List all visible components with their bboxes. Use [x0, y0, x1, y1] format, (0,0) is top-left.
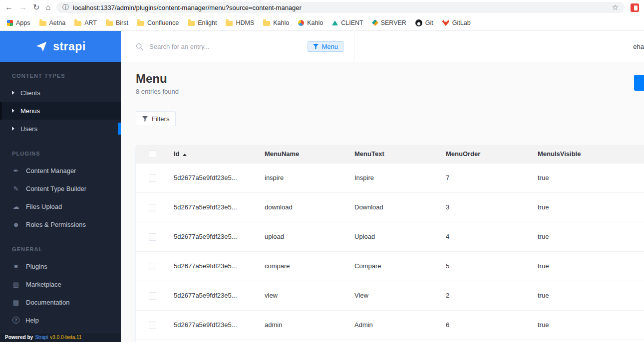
table-row[interactable]: 5d2677a5e9fdf23e5... view View 2 true	[136, 281, 644, 310]
section-general: GENERAL ≡Plugins ▥Marketplace ▤Documenta…	[0, 246, 121, 329]
bookmark-label: GitLab	[452, 19, 471, 26]
select-all-checkbox[interactable]	[149, 151, 156, 158]
sidebar-item-plugins[interactable]: ≡Plugins	[0, 257, 121, 275]
sidebar-item-files-upload[interactable]: ☁Files Upload	[0, 197, 121, 215]
bookmark-enlight[interactable]: Enlight	[188, 19, 217, 26]
apps-grid-icon	[7, 20, 13, 26]
content-type-filter-chip[interactable]: Menu	[308, 41, 343, 52]
bookmark-kahlo-site[interactable]: Kahlo	[298, 19, 323, 26]
column-label: MenuIsVisible	[538, 150, 581, 158]
cell-menuorder: 6	[446, 310, 538, 340]
user-menu[interactable]: eha	[633, 43, 644, 50]
strapi-link[interactable]: Strapi	[35, 335, 48, 340]
bookmark-hdms[interactable]: HDMS	[226, 19, 254, 26]
content-area: Menu eha Menu 8 entries found Filters	[121, 31, 644, 342]
client-favicon	[332, 20, 338, 25]
powered-by-footer: Powered by Strapi v3.0.0-beta.11	[0, 332, 121, 342]
folder-icon	[263, 21, 270, 26]
table-row[interactable]: 5d2677a5e9fdf23e5... admin Admin 6 true	[136, 310, 644, 340]
cell-menuisvisible: true	[538, 310, 644, 340]
sort-asc-icon	[183, 154, 187, 156]
site-info-icon[interactable]: ⓘ	[62, 3, 69, 12]
row-checkbox[interactable]	[149, 174, 156, 182]
column-header-id[interactable]: Id	[174, 145, 265, 163]
cell-menuname: admin	[265, 310, 354, 340]
column-header-menuorder[interactable]: MenuOrder	[446, 145, 538, 163]
bookmark-star-icon[interactable]: ☆	[612, 3, 619, 12]
cell-menuorder: 2	[446, 281, 538, 310]
row-checkbox[interactable]	[149, 292, 156, 300]
book-icon: ▤	[12, 299, 20, 306]
filters-button[interactable]: Filters	[136, 111, 176, 126]
add-entry-button[interactable]	[634, 75, 644, 91]
page-title: Menu	[136, 72, 644, 86]
gitlab-icon	[442, 19, 449, 26]
sidebar-item-content-type-builder[interactable]: ✎Content Type Builder	[0, 179, 121, 197]
reload-icon[interactable]: ↻	[33, 3, 39, 11]
bookmark-apps[interactable]: Apps	[7, 19, 30, 26]
table-row[interactable]: 5d2677a5e9fdf23e5... upload Upload 4 tru…	[136, 222, 644, 251]
bookmark-gitlab[interactable]: GitLab	[442, 19, 471, 26]
column-label: Id	[174, 150, 180, 158]
help-icon: ?	[12, 317, 19, 324]
home-icon[interactable]: ⌂	[45, 3, 50, 11]
cell-menuisvisible: true	[538, 222, 644, 251]
entries-table-card: Id MenuName MenuText MenuOrder MenuIsVis…	[136, 145, 644, 342]
sidebar-item-content-manager[interactable]: ✒Content Manager	[0, 162, 121, 179]
cell-menutext: Download	[354, 192, 446, 222]
entries-count: 8 entries found	[136, 88, 644, 95]
row-checkbox[interactable]	[149, 322, 156, 329]
sidebar-item-label: Roles & Permissions	[26, 221, 86, 228]
bookmark-client[interactable]: CLIENT	[332, 19, 363, 26]
strapi-logo[interactable]: strapi	[0, 31, 121, 62]
cell-menutext: Upload	[354, 222, 446, 251]
sidebar-item-help[interactable]: ?Help	[0, 311, 121, 329]
table-row[interactable]: 5d2677a5e9fdf23e5... download Download 3…	[136, 192, 644, 222]
forward-icon[interactable]: →	[19, 3, 27, 11]
cell-menuisvisible: true	[538, 192, 644, 222]
row-checkbox[interactable]	[149, 204, 156, 211]
marketplace-icon: ▥	[12, 281, 20, 288]
search-input[interactable]	[148, 42, 303, 51]
row-checkbox[interactable]	[149, 263, 156, 270]
sidebar-item-marketplace[interactable]: ▥Marketplace	[0, 275, 121, 293]
sidebar-item-roles-permissions[interactable]: ☻Roles & Permissions	[0, 215, 121, 233]
bookmark-kahlo-folder[interactable]: Kahlo	[263, 19, 289, 26]
entries-table: Id MenuName MenuText MenuOrder MenuIsVis…	[136, 145, 644, 342]
bookmark-server[interactable]: SERVER	[372, 19, 406, 26]
sidebar-item-documentation[interactable]: ▤Documentation	[0, 293, 121, 311]
section-title: GENERAL	[0, 246, 121, 252]
bookmark-birst[interactable]: Birst	[106, 19, 128, 26]
cell-id: 5d2677a5e9fdf23e5...	[174, 251, 265, 281]
powered-by-text: Powered by	[5, 335, 33, 340]
folder-icon	[188, 21, 195, 26]
cell-menuname: upload	[265, 222, 354, 251]
sidebar-item-label: Documentation	[26, 299, 69, 306]
strapi-logo-text: strapi	[53, 40, 86, 53]
column-label: MenuOrder	[446, 150, 480, 158]
cell-menuname: download	[265, 192, 354, 222]
address-bar[interactable]: ⓘ localhost:1337/admin/plugins/content-m…	[56, 2, 625, 13]
folder-icon	[39, 21, 46, 26]
bookmark-aetna[interactable]: Aetna	[39, 19, 66, 26]
bookmark-confluence[interactable]: Confluence	[137, 19, 179, 26]
cell-menuorder: 7	[446, 163, 538, 192]
bookmark-git[interactable]: Git	[415, 19, 433, 26]
table-row[interactable]: 5d2677a5e9fdf23e5... compare Compare 5 t…	[136, 251, 644, 281]
extension-icon[interactable]	[631, 3, 639, 12]
back-icon[interactable]: ←	[5, 3, 13, 11]
sidebar-item-clients[interactable]: Clients	[0, 84, 121, 102]
admin-header: Menu eha	[121, 31, 644, 62]
column-header-menuname[interactable]: MenuName	[265, 145, 354, 163]
cell-menuorder: 3	[446, 192, 538, 222]
sidebar-item-menus[interactable]: Menus	[0, 102, 121, 120]
column-header-menuisvisible[interactable]: MenuIsVisible	[538, 145, 644, 163]
row-checkbox[interactable]	[149, 233, 156, 241]
column-header-menutext[interactable]: MenuText	[354, 145, 446, 163]
table-row[interactable]: 5d2677a5e9fdf23e5... inspire Inspire 7 t…	[136, 163, 644, 192]
bookmark-label: Aetna	[49, 19, 66, 26]
search-zone: Menu	[121, 31, 354, 62]
sidebar-item-users[interactable]: Users	[0, 120, 121, 138]
bookmark-art[interactable]: ART	[74, 19, 97, 26]
caret-right-icon	[12, 127, 14, 131]
